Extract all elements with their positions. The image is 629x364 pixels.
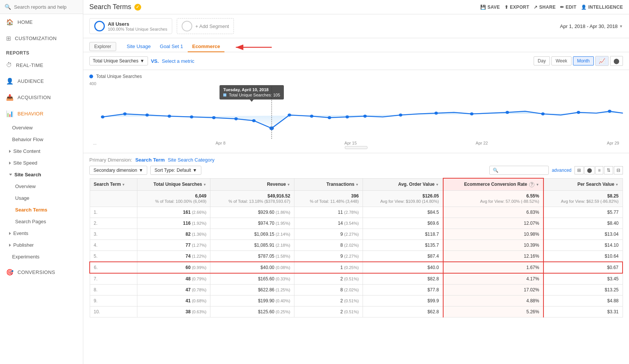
sidebar-item-site-search[interactable]: Site Search	[0, 169, 83, 180]
row-revenue-2: $974.70 (1.95%)	[210, 218, 294, 229]
col-revenue[interactable]: Revenue	[210, 178, 294, 190]
sidebar-item-publisher[interactable]: Publisher	[0, 239, 83, 251]
sidebar-item-realtime[interactable]: ⏱ REAL-TIME	[0, 57, 83, 73]
sidebar-item-usage[interactable]: Usage	[0, 192, 83, 204]
row-avg-order-7: $82.8	[363, 273, 443, 285]
total-searches: 6,049 % of Total: 100.00% (6,049)	[137, 190, 210, 207]
tab-ecommerce[interactable]: Ecommerce	[188, 41, 225, 52]
sort-dropdown[interactable]: Default ▼	[177, 168, 197, 173]
tab-goal-set-1[interactable]: Goal Set 1	[155, 41, 187, 52]
col-conversion-rate[interactable]: Ecommerce Conversion Rate ?	[443, 178, 543, 190]
custom-view-btn[interactable]: ⊟	[614, 166, 623, 174]
data-table: Search Term Total Unique Searches Revenu…	[89, 178, 623, 317]
date-range-picker[interactable]: Apr 1, 2018 - Apr 30, 2018 ▼	[560, 23, 623, 29]
intelligence-button[interactable]: 👤 INTELLIGENCE	[581, 5, 623, 10]
bar-view-btn[interactable]: ≡	[595, 166, 603, 174]
table-row: 10. 38 (0.63%) $125.60 (0.25%) 2 (0.51%)…	[90, 306, 623, 317]
col-unique-searches[interactable]: Total Unique Searches	[137, 178, 210, 190]
sidebar-item-overview[interactable]: Overview	[0, 122, 83, 134]
x-axis-labels: ... Apr 8 Apr 15 Apr 22 Apr 29	[89, 141, 623, 145]
total-conversion-rate: 6.55% Avg for View: 57.00% (-88.52%)	[443, 190, 543, 207]
table-row: 6. 60 (0.99%) $40.00 (0.08%) 1 (0.25%) $…	[90, 262, 623, 273]
conversions-icon: 🎯	[6, 269, 14, 276]
row-transactions-3: 9 (2.27%)	[294, 229, 363, 240]
segment-all-users[interactable]: All Users 100.00% Total Unique Searches	[89, 18, 172, 34]
col-search-term[interactable]: Search Term	[90, 178, 137, 190]
tab-site-usage[interactable]: Site Usage	[122, 41, 156, 52]
share-button[interactable]: ↗ SHARE	[534, 5, 556, 10]
sidebar-item-audience[interactable]: 👤 AUDIENCE	[0, 73, 83, 89]
primary-dimension-bar: Primary Dimension: Search Term Site Sear…	[89, 157, 623, 163]
add-segment-circle	[182, 21, 192, 31]
row-conversion-2: 12.07%	[443, 218, 543, 229]
line-chart-button[interactable]: 📈	[595, 56, 609, 66]
search-icon: 🔍	[5, 4, 11, 10]
day-button[interactable]: Day	[534, 56, 550, 65]
sidebar-item-site-content[interactable]: Site Content	[0, 145, 83, 157]
svg-point-5	[145, 114, 149, 117]
table-row: 9. 41 (0.68%) $199.90 (0.40%) 2 (0.51%) …	[90, 295, 623, 306]
advanced-link[interactable]: advanced	[552, 168, 571, 173]
sidebar: 🔍 🏠 HOME ⊞ CUSTOMIZATION Reports ⏱ REAL-…	[0, 0, 83, 364]
realtime-icon: ⏱	[6, 62, 12, 68]
sidebar-search-bar[interactable]: 🔍	[0, 0, 83, 14]
select-metric-link[interactable]: Select a metric	[162, 58, 195, 64]
sidebar-item-acquisition[interactable]: 📥 ACQUISITION	[0, 89, 83, 106]
export-icon: ⬆	[504, 5, 508, 10]
row-transactions-2: 14 (3.54%)	[294, 218, 363, 229]
export-button[interactable]: ⬆ EXPORT	[504, 5, 529, 10]
site-search-category-dim[interactable]: Site Search Category	[168, 157, 215, 163]
pie-view-btn[interactable]: ⬤	[584, 166, 595, 174]
svg-point-6	[168, 115, 171, 118]
save-button[interactable]: 💾 SAVE	[480, 5, 500, 10]
sidebar-item-conversions[interactable]: 🎯 CONVERSIONS	[0, 264, 83, 280]
sort-dropdown-arrow: ▼	[193, 168, 197, 173]
sidebar-item-experiments[interactable]: Experiments	[0, 251, 83, 263]
segment-circle	[94, 21, 105, 31]
sidebar-item-search-terms[interactable]: Search Terms	[0, 204, 83, 216]
sort-type-control: Sort Type: Default ▼	[150, 166, 201, 175]
search-term-dim[interactable]: Search Term	[135, 157, 165, 163]
chart-y-label-400: 400	[89, 81, 623, 86]
row-term-3: 3.	[90, 229, 137, 240]
month-button[interactable]: Month	[573, 56, 594, 65]
pivot-view-btn[interactable]: ⇅	[604, 166, 613, 174]
total-per-search: $8.25 Avg for View: $62.59 (-86.82%)	[543, 190, 623, 207]
table-controls: Secondary dimension ▼ Sort Type: Default…	[89, 166, 623, 175]
edit-button[interactable]: ✏ EDIT	[560, 5, 576, 10]
row-revenue-3: $1,069.15 (2.14%)	[210, 229, 294, 240]
week-button[interactable]: Week	[551, 56, 571, 65]
sidebar-item-search-overview[interactable]: Overview	[0, 180, 83, 192]
table-search-box[interactable]: 🔍	[489, 166, 549, 175]
verified-icon: ✓	[134, 4, 141, 11]
metric-dropdown[interactable]: Total Unique Searches ▼	[89, 56, 148, 65]
tabs-area: Explorer Site Usage Goal Set 1 Ecommerce	[83, 38, 629, 52]
row-per-search-1: $5.77	[543, 207, 623, 218]
col-transactions[interactable]: Transactions	[294, 178, 363, 190]
row-transactions-10: 2 (0.51%)	[294, 306, 363, 317]
intelligence-icon: 👤	[581, 5, 587, 10]
sidebar-item-events[interactable]: Events	[0, 227, 83, 239]
row-per-search-6: $0.67	[543, 262, 623, 273]
row-revenue-4: $1,085.91 (2.18%)	[210, 240, 294, 250]
col-avg-order[interactable]: Avg. Order Value	[363, 178, 443, 190]
table-search-input[interactable]	[500, 168, 545, 173]
vs-label: VS.	[151, 58, 159, 64]
pie-chart-button[interactable]: ⬤	[610, 56, 623, 66]
scroll-handle[interactable]	[89, 146, 623, 149]
svg-point-19	[470, 112, 473, 115]
row-transactions-1: 11 (2.78%)	[294, 207, 363, 218]
add-segment-button[interactable]: + Add Segment	[177, 18, 234, 34]
col-per-search[interactable]: Per Search Value	[543, 178, 623, 190]
sidebar-item-site-speed[interactable]: Site Speed	[0, 157, 83, 169]
sidebar-item-customization[interactable]: ⊞ CUSTOMIZATION	[0, 30, 83, 47]
sidebar-item-behavior[interactable]: 📊 BEHAVIOR	[0, 106, 83, 122]
sidebar-item-behavior-flow[interactable]: Behavior Flow	[0, 134, 83, 145]
explorer-button[interactable]: Explorer	[89, 42, 116, 51]
grid-view-btn[interactable]: ⊞	[575, 166, 584, 174]
sidebar-item-home[interactable]: 🏠 HOME	[0, 14, 83, 30]
search-input[interactable]	[14, 4, 78, 10]
sidebar-item-search-pages[interactable]: Search Pages	[0, 216, 83, 227]
secondary-dimension-dropdown[interactable]: Secondary dimension ▼	[89, 166, 147, 175]
row-searches-8: 47 (0.78%)	[137, 284, 210, 295]
